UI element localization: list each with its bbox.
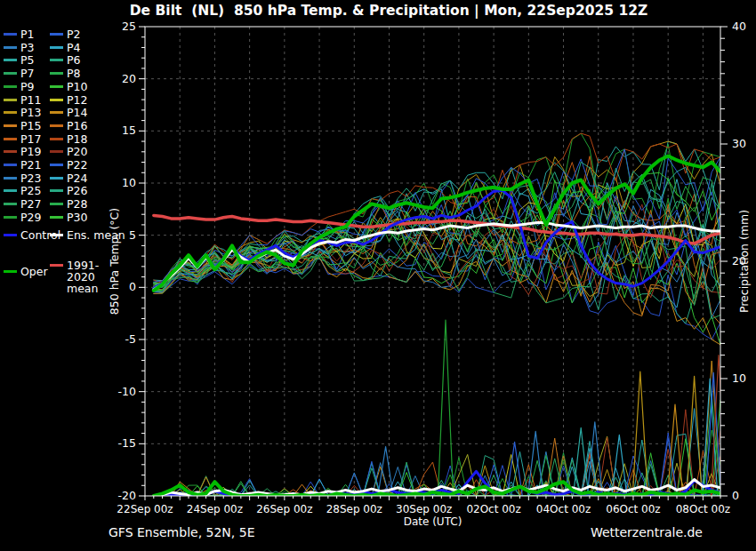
right-tick-label: 10 (732, 371, 746, 385)
legend-color-line (50, 164, 63, 166)
legend-item-p14: P14 (50, 107, 87, 118)
left-tick-label: -15 (118, 436, 136, 450)
legend-item-p27: P27 (4, 198, 41, 210)
legend-label: Ens. mean (67, 229, 125, 241)
legend-color-line (50, 124, 63, 127)
left-tick-label: -20 (118, 489, 136, 502)
legend-item-p7: P7 (4, 68, 35, 79)
legend-label: P7 (20, 68, 35, 79)
x-tick-label: 06Oct 00z (606, 503, 660, 515)
legend-label: P14 (67, 107, 87, 118)
x-tick-label: 26Sep 00z (256, 503, 312, 515)
legend-color-line (4, 189, 17, 192)
legend-color-line (50, 46, 63, 49)
legend-color-line (4, 150, 17, 153)
legend-label: P18 (67, 133, 87, 145)
legend-label: P4 (67, 42, 81, 53)
legend-color-line (4, 99, 17, 101)
right-tick-label: 40 (732, 20, 746, 33)
legend-color-line (4, 164, 17, 166)
legend-item-p29: P29 (4, 212, 41, 223)
legend-color-line (4, 203, 17, 205)
x-tick-label: 04Oct 00z (536, 503, 591, 515)
legend-item-ens-mean: Ens. mean (50, 229, 125, 241)
model-location-label: GFS Ensemble, 52N, 5E (109, 525, 255, 539)
x-axis-title: Date (UTC) (404, 515, 462, 528)
ensemble-member-temp-line (154, 234, 720, 324)
legend-label: P16 (67, 120, 87, 132)
legend-item-oper: Oper (4, 266, 48, 277)
ensemble-legend: P1P2P3P4P5P6P7P8P9P10P11P12P13P14P15P16P… (4, 0, 137, 293)
legend-item-p8: P8 (50, 68, 81, 79)
legend-color-line (4, 72, 17, 75)
legend-label: P1 (20, 28, 35, 40)
legend-label: P30 (67, 212, 87, 223)
legend-label: P2 (67, 28, 81, 40)
legend-color-line (50, 72, 63, 75)
legend-label: P25 (20, 185, 41, 196)
right-axis-title: Precipitation (mm) (737, 210, 751, 313)
legend-item-p2: P2 (50, 28, 81, 40)
legend-item-p1: P1 (4, 28, 35, 40)
left-tick-label: -10 (118, 385, 136, 398)
legend-label: Oper (20, 266, 48, 277)
legend-item-p10: P10 (50, 81, 87, 92)
legend-item-p13: P13 (4, 107, 41, 118)
legend-color-line (50, 33, 63, 36)
legend-item-p11: P11 (4, 94, 41, 106)
legend-color-line (50, 99, 63, 101)
legend-item-p3: P3 (4, 42, 35, 53)
legend-label: P8 (67, 68, 81, 79)
legend-color-line (50, 111, 63, 114)
legend-item-p16: P16 (50, 120, 87, 132)
x-tick-label: 24Sep 00z (187, 503, 243, 515)
legend-color-line (50, 234, 63, 236)
legend-item-p6: P6 (50, 54, 81, 66)
legend-color-line (50, 138, 63, 140)
legend-color-line (50, 150, 63, 153)
legend-color-line (4, 124, 17, 127)
legend-color-line (4, 59, 17, 61)
legend-color-line (50, 203, 63, 205)
legend-label: P21 (20, 159, 41, 171)
legend-item-p25: P25 (4, 185, 41, 196)
legend-label: P11 (20, 94, 41, 106)
legend-item-p9: P9 (4, 81, 35, 92)
legend-item-p17: P17 (4, 133, 41, 145)
site-credit-label: Wetterzentrale.de (591, 525, 703, 539)
legend-label: P29 (20, 212, 41, 223)
x-tick-label: 30Sep 00z (396, 503, 452, 515)
legend-color-line (4, 234, 17, 236)
legend-item-p28: P28 (50, 198, 87, 210)
right-tick-label: 0 (732, 489, 739, 502)
legend-item-p4: P4 (50, 42, 81, 53)
legend-label: P28 (67, 198, 87, 210)
legend-item-p18: P18 (50, 133, 87, 145)
legend-color-line (4, 216, 17, 219)
x-tick-label: 02Oct 00z (466, 503, 520, 515)
legend-label: P3 (20, 42, 35, 53)
legend-label: P19 (20, 146, 41, 157)
legend-color-line (50, 85, 63, 88)
legend-item-p15: P15 (4, 120, 41, 132)
legend-color-line (50, 264, 63, 267)
legend-label: P23 (20, 172, 41, 184)
legend-label: P5 (20, 54, 35, 66)
legend-label: P12 (67, 94, 87, 106)
legend-label: P20 (67, 146, 87, 157)
legend-color-line (50, 177, 63, 180)
legend-label: P17 (20, 133, 41, 145)
legend-label: 1991-2020 mean (67, 260, 122, 294)
legend-color-line (4, 270, 17, 273)
legend-color-line (50, 59, 63, 61)
ensemble-member-temp-line (154, 192, 720, 288)
left-tick-label: -5 (125, 332, 136, 346)
legend-label: P9 (20, 81, 35, 92)
legend-item-p19: P19 (4, 146, 41, 157)
legend-label: P13 (20, 107, 41, 118)
legend-item-p23: P23 (4, 172, 41, 184)
legend-color-line (50, 216, 63, 219)
legend-label: P6 (67, 54, 81, 66)
plot-series (154, 133, 727, 496)
legend-item-p24: P24 (50, 172, 87, 184)
